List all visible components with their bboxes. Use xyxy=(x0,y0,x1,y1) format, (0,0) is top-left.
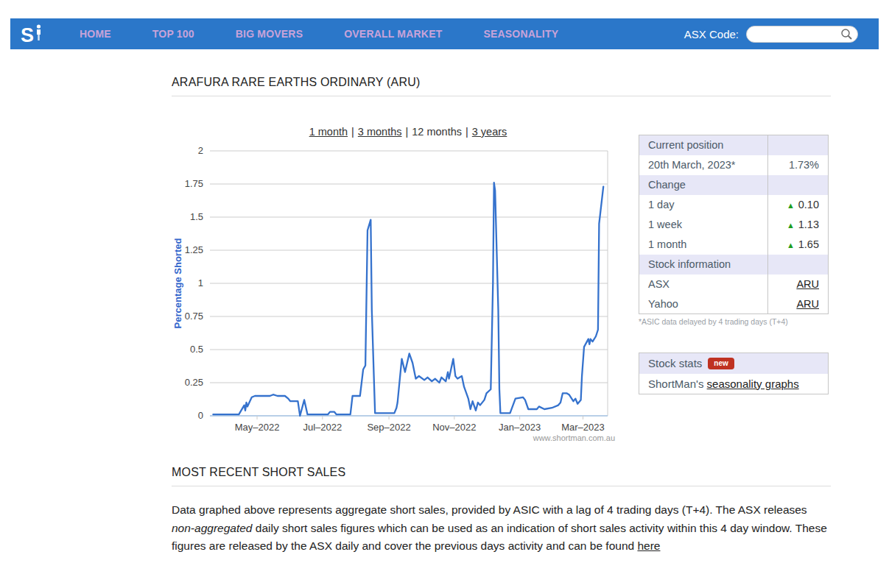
label-cell: Yahoo xyxy=(639,294,768,314)
main-content: ARAFURA RARE EARTHS ORDINARY (ARU) 1 mon… xyxy=(172,76,831,556)
seasonality-graphs-link[interactable]: seasonality graphs xyxy=(707,378,799,390)
table-row: 20th March, 2023* 1.73% xyxy=(639,155,829,175)
value-cell: ▲1.65 xyxy=(768,235,829,255)
section-header-cell: Change xyxy=(639,175,768,195)
svg-text:0.25: 0.25 xyxy=(185,377,203,388)
label-cell: 1 day xyxy=(639,195,768,215)
label-cell: 20th March, 2023* xyxy=(639,155,768,175)
table-row: Stock information xyxy=(639,255,829,274)
page-title: ARAFURA RARE EARTHS ORDINARY (ARU) xyxy=(172,76,831,89)
stats-link-prefix: ShortMan's xyxy=(648,378,707,390)
stats-link-cell: ShortMan's seasonality graphs xyxy=(639,374,829,394)
change-value: 1.65 xyxy=(798,238,819,250)
position-table: Current position 20th March, 2023* 1.73%… xyxy=(639,135,829,314)
label-cell: ASX xyxy=(639,274,768,294)
value-cell: ▲0.10 xyxy=(768,195,829,215)
shortman-logo[interactable]: S xyxy=(21,24,43,44)
paragraph-text: Data graphed above represents aggregate … xyxy=(172,503,807,516)
yahoo-stock-link[interactable]: ARU xyxy=(796,298,819,310)
stock-sidebar: Current position 20th March, 2023* 1.73%… xyxy=(639,135,829,442)
value-cell: ARU xyxy=(768,294,829,314)
label-cell: 1 week xyxy=(639,215,768,235)
table-row: 1 week ▲1.13 xyxy=(639,215,829,235)
table-row: ASX ARU xyxy=(639,274,829,294)
table-row: Change xyxy=(639,175,829,195)
range-separator: | xyxy=(465,126,468,138)
svg-text:0.5: 0.5 xyxy=(190,344,203,355)
svg-text:Jan–2023: Jan–2023 xyxy=(499,422,541,433)
short-position-chart: 00.250.50.7511.251.51.752May–2022Jul–202… xyxy=(172,141,614,435)
up-triangle-icon: ▲ xyxy=(787,201,795,210)
label-cell: 1 month xyxy=(639,235,768,255)
top-nav: S HOME TOP 100 BIG MOVERS OVERALL MARKET… xyxy=(10,18,879,49)
value-cell: 1.73% xyxy=(768,155,829,175)
svg-text:1.25: 1.25 xyxy=(185,244,203,255)
nav-item-big-movers[interactable]: BIG MOVERS xyxy=(236,28,303,40)
here-link[interactable]: here xyxy=(637,539,660,552)
asx-code-label: ASX Code: xyxy=(684,28,739,40)
svg-text:Jul–2022: Jul–2022 xyxy=(303,422,342,433)
most-recent-short-sales-section: MOST RECENT SHORT SALES Data graphed abo… xyxy=(172,466,831,556)
section-header-cell: Stock information xyxy=(639,255,768,274)
logo-letter: S xyxy=(21,26,33,44)
nav-item-top-100[interactable]: TOP 100 xyxy=(152,28,194,40)
section-header-cell: Current position xyxy=(639,135,768,155)
svg-text:1.75: 1.75 xyxy=(185,178,203,189)
asic-delay-footnote: *ASIC data delayed by 4 trading days (T+… xyxy=(639,317,829,326)
table-row: Current position xyxy=(639,135,829,155)
nav-item-seasonality[interactable]: SEASONALITY xyxy=(483,28,558,40)
up-triangle-icon: ▲ xyxy=(787,221,795,230)
value-cell xyxy=(768,135,829,155)
change-value: 1.13 xyxy=(798,219,819,230)
svg-text:Percentage Shorted: Percentage Shorted xyxy=(172,238,183,329)
svg-text:May–2022: May–2022 xyxy=(235,422,280,433)
paragraph-text: daily short sales figures which can be u… xyxy=(172,522,827,553)
table-row: 1 month ▲1.65 xyxy=(639,235,829,255)
new-badge: new xyxy=(708,358,734,369)
range-separator: | xyxy=(351,126,354,138)
section-divider xyxy=(172,486,831,486)
title-divider xyxy=(172,96,831,96)
nav-menu: HOME TOP 100 BIG MOVERS OVERALL MARKET S… xyxy=(59,27,579,40)
nav-item-home[interactable]: HOME xyxy=(80,28,111,40)
change-value: 0.10 xyxy=(798,199,819,210)
section-heading: MOST RECENT SHORT SALES xyxy=(172,466,831,479)
range-3-years[interactable]: 3 years xyxy=(472,126,507,138)
search-icon[interactable] xyxy=(840,28,853,43)
svg-text:0: 0 xyxy=(198,410,203,421)
stats-header-cell: Stock statsnew xyxy=(639,353,829,374)
table-row: ShortMan's seasonality graphs xyxy=(639,374,829,394)
up-triangle-icon: ▲ xyxy=(787,241,795,249)
svg-text:Nov–2022: Nov–2022 xyxy=(432,422,476,433)
table-row: Stock statsnew xyxy=(639,353,829,374)
range-separator: | xyxy=(406,126,409,138)
table-row: Yahoo ARU xyxy=(639,294,829,314)
chart-panel: 1 month|3 months|12 months|3 years 00.25… xyxy=(172,126,622,442)
time-range-links: 1 month|3 months|12 months|3 years xyxy=(194,126,622,138)
stock-stats-table: Stock statsnew ShortMan's seasonality gr… xyxy=(639,353,829,394)
svg-text:Sep–2022: Sep–2022 xyxy=(367,422,410,433)
stats-title: Stock stats xyxy=(648,357,702,369)
svg-text:Mar–2023: Mar–2023 xyxy=(561,422,605,433)
table-row: 1 day ▲0.10 xyxy=(639,195,829,215)
value-cell: ARU xyxy=(768,274,829,294)
person-icon xyxy=(35,24,43,44)
value-cell xyxy=(768,255,829,274)
svg-text:0.75: 0.75 xyxy=(185,311,203,322)
non-aggregated-emphasis: non-aggregated xyxy=(172,522,252,534)
nav-item-overall-market[interactable]: OVERALL MARKET xyxy=(344,28,442,40)
description-paragraph: Data graphed above represents aggregate … xyxy=(172,501,831,556)
nav-search-area: ASX Code: xyxy=(684,26,871,43)
value-cell: ▲1.13 xyxy=(768,215,829,235)
range-1-month[interactable]: 1 month xyxy=(309,126,348,138)
svg-text:1.5: 1.5 xyxy=(190,211,203,222)
value-cell xyxy=(768,175,829,195)
range-3-months[interactable]: 3 months xyxy=(358,126,402,138)
svg-text:2: 2 xyxy=(198,145,203,156)
svg-text:1: 1 xyxy=(198,277,203,288)
range-12-months-current: 12 months xyxy=(412,126,462,138)
asx-stock-link[interactable]: ARU xyxy=(796,278,819,290)
